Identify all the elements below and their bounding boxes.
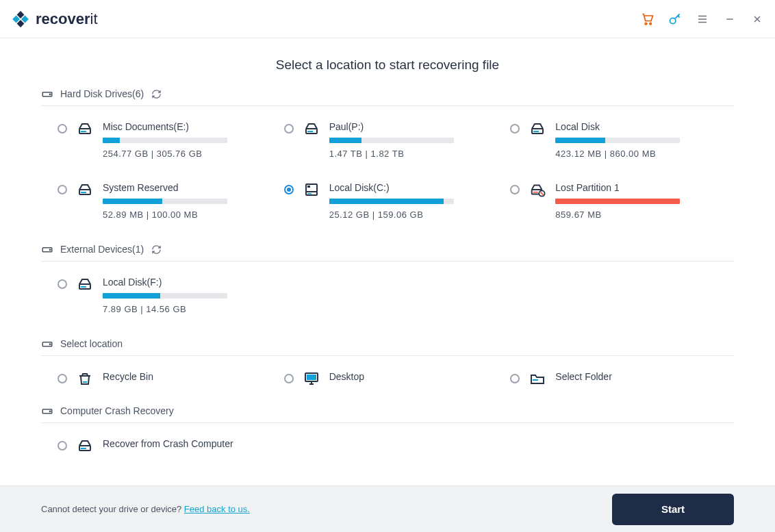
feedback-link[interactable]: Feed back to us. [184, 504, 250, 514]
hdd-icon [41, 88, 53, 100]
radio-local-c[interactable] [284, 185, 294, 194]
refresh-icon[interactable] [151, 244, 162, 255]
drive-meta: 859.67 MB [555, 210, 717, 220]
svg-point-5 [650, 23, 652, 24]
folder-icon [529, 370, 546, 387]
drive-icon [303, 121, 320, 137]
refresh-icon[interactable] [151, 88, 162, 99]
section-crash-label: Computer Crash Recovery [60, 405, 174, 416]
svg-point-25 [49, 249, 51, 251]
drive-meta: 7.89 GB | 14.56 GB [103, 304, 265, 314]
location-desktop[interactable]: Desktop [284, 371, 492, 387]
location-label: Recycle Bin [103, 371, 153, 382]
drive-meta: 1.47 TB | 1.82 TB [329, 149, 492, 159]
system-drive-icon [303, 181, 320, 198]
usage-bar [555, 199, 680, 204]
drive-name: Lost Partition 1 [555, 182, 717, 193]
drive-icon [77, 276, 93, 292]
footer: Cannot detect your drive or device? Feed… [0, 485, 775, 532]
svg-rect-14 [533, 131, 539, 132]
crash-grid: Recover from Crash Computer [41, 423, 734, 474]
hdd-icon [41, 243, 53, 255]
drive-name: Local Disk(C:) [329, 182, 492, 193]
drive-paul[interactable]: Paul(P:) 1.47 TB | 1.82 TB [284, 121, 492, 159]
radio-misc-documents[interactable] [58, 124, 67, 134]
footer-text: Cannot detect your drive or device? Feed… [41, 504, 250, 514]
main-content: Select a location to start recovering fi… [0, 38, 775, 485]
drive-local-f[interactable]: Local Disk(F:) 7.89 GB | 14.56 GB [58, 277, 265, 314]
drive-name: Local Disk(F:) [103, 277, 265, 288]
brand-name-b: it [90, 10, 98, 27]
section-header-crash: Computer Crash Recovery [41, 405, 734, 423]
menu-icon[interactable] [696, 12, 709, 26]
crash-recovery[interactable]: Recover from Crash Computer [58, 438, 265, 454]
radio-select-folder[interactable] [510, 374, 520, 383]
location-select-folder[interactable]: Select Folder [510, 371, 717, 387]
footer-msg: Cannot detect your drive or device? [41, 504, 184, 514]
usage-bar [103, 138, 227, 143]
drive-meta: 25.12 GB | 159.06 GB [329, 210, 492, 220]
drive-meta: 423.12 MB | 860.00 MB [555, 149, 717, 159]
location-recycle-bin[interactable]: Recycle Bin [58, 371, 265, 387]
hdd-icon [41, 405, 53, 417]
radio-recycle-bin[interactable] [58, 374, 67, 383]
drive-meta: 254.77 GB | 305.76 GB [103, 149, 265, 159]
title-actions [641, 12, 764, 26]
drive-icon [529, 121, 546, 137]
svg-rect-32 [307, 375, 316, 380]
svg-point-6 [670, 18, 676, 23]
section-header-loc: Select location [41, 338, 734, 356]
svg-point-4 [645, 23, 647, 24]
lost-drive-icon [529, 181, 546, 198]
drive-system-reserved[interactable]: System Reserved 52.89 MB | 100.00 MB [58, 182, 265, 220]
radio-crash-recovery[interactable] [58, 441, 67, 451]
cart-icon[interactable] [641, 12, 655, 26]
section-header-ext: External Devices(1) [41, 243, 734, 262]
drive-meta: 52.89 MB | 100.00 MB [103, 210, 265, 220]
drive-lost-partition[interactable]: Lost Partition 1 859.67 MB [510, 182, 717, 220]
recycle-bin-icon [77, 370, 93, 387]
svg-rect-20 [307, 193, 312, 194]
usage-bar [103, 199, 227, 204]
location-label: Desktop [329, 371, 364, 382]
radio-lost-partition[interactable] [510, 185, 520, 194]
drive-name: Paul(P:) [329, 121, 492, 132]
section-loc-label: Select location [60, 338, 123, 349]
drive-local-c[interactable]: Local Disk(C:) 25.12 GB | 159.06 GB [284, 182, 492, 220]
svg-rect-17 [306, 184, 317, 192]
radio-local-f[interactable] [58, 279, 67, 289]
drive-icon [77, 438, 93, 454]
brand-name-a: recover [36, 10, 90, 27]
drive-misc-documents[interactable]: Misc Documents(E:) 254.77 GB | 305.76 GB [58, 121, 265, 159]
radio-desktop[interactable] [284, 374, 294, 383]
svg-rect-30 [83, 381, 87, 383]
location-label: Select Folder [555, 371, 611, 382]
section-hdd-label: Hard Disk Drives(6) [60, 88, 144, 99]
key-icon[interactable] [668, 12, 682, 26]
hdd-grid: Misc Documents(E:) 254.77 GB | 305.76 GB… [41, 106, 734, 243]
section-header-hdd: Hard Disk Drives(6) [41, 88, 734, 106]
svg-point-8 [49, 94, 51, 95]
minimize-icon[interactable] [723, 12, 737, 26]
start-button[interactable]: Start [612, 494, 734, 525]
close-icon[interactable] [750, 12, 764, 26]
drive-icon [77, 121, 93, 137]
crash-label: Recover from Crash Computer [103, 438, 233, 449]
radio-system-reserved[interactable] [58, 185, 67, 194]
drive-name: Misc Documents(E:) [103, 121, 265, 132]
drive-icon [77, 181, 93, 198]
svg-rect-18 [307, 186, 310, 188]
svg-rect-10 [81, 131, 86, 132]
svg-rect-27 [81, 286, 86, 288]
desktop-icon [303, 370, 320, 387]
brand-logo: recoverit [11, 10, 98, 29]
svg-rect-33 [533, 379, 538, 381]
drive-name: System Reserved [103, 182, 265, 193]
radio-paul[interactable] [284, 124, 294, 134]
page-title: Select a location to start recovering fi… [41, 58, 734, 73]
usage-bar [329, 138, 454, 143]
usage-bar [555, 138, 680, 143]
drive-local[interactable]: Local Disk 423.12 MB | 860.00 MB [510, 121, 717, 159]
radio-local[interactable] [510, 124, 520, 134]
logo-icon [11, 10, 30, 29]
